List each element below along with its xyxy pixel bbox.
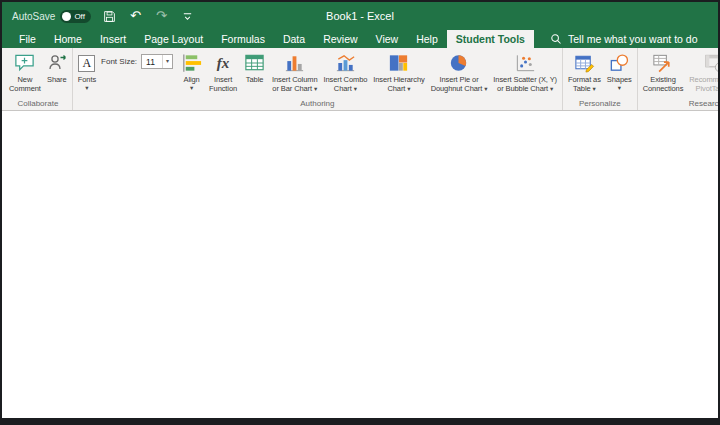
- ribbon-tab-row: File Home Insert Page Layout Formulas Da…: [2, 30, 718, 48]
- share-label: Share: [47, 75, 67, 84]
- new-comment-button[interactable]: New Comment: [6, 49, 44, 93]
- pie-chart-icon: [447, 51, 470, 75]
- chevron-down-icon: ▾: [78, 84, 96, 91]
- tab-insert[interactable]: Insert: [91, 30, 135, 48]
- format-as-table-button[interactable]: Format as Table▾: [565, 49, 604, 93]
- insert-combo-chart-button[interactable]: Insert Combo Chart▾: [320, 49, 370, 93]
- font-size-label: Font Size:: [101, 57, 137, 66]
- tab-review[interactable]: Review: [314, 30, 366, 48]
- recommended-pivottables-button: ? Recommended PivotTables: [686, 49, 718, 93]
- scatter-chart-icon: [514, 51, 537, 75]
- function-fx-icon: fx: [217, 51, 230, 75]
- combo-chart-icon: [334, 51, 357, 75]
- tell-me-label: Tell me what you want to do: [568, 33, 698, 45]
- tab-data[interactable]: Data: [274, 30, 314, 48]
- chevron-down-icon: ▾: [593, 85, 596, 92]
- autosave-toggle[interactable]: AutoSave Off: [12, 10, 91, 23]
- shapes-button[interactable]: Shapes ▾: [604, 49, 635, 91]
- undo-icon[interactable]: ↶: [127, 8, 143, 24]
- tab-file[interactable]: File: [10, 30, 45, 48]
- ribbon-group-collaborate: New Comment Share Collaborate: [4, 48, 73, 110]
- insert-pie-or-doughnut-chart-button[interactable]: Insert Pie or Doughnut Chart▾: [428, 49, 491, 93]
- ribbon-group-personalize: Format as Table▾ Shapes ▾ Personalize: [563, 48, 638, 110]
- font-size-control: Font Size: 11 ▾: [99, 49, 177, 69]
- group-label-collaborate: Collaborate: [6, 99, 70, 110]
- align-button[interactable]: Align ▾: [177, 49, 206, 91]
- save-icon[interactable]: [101, 8, 117, 24]
- font-size-value: 11: [142, 57, 162, 67]
- shapes-label: Shapes: [607, 75, 632, 84]
- align-icon: [180, 51, 203, 75]
- redo-icon[interactable]: ↷: [153, 8, 169, 24]
- tab-home[interactable]: Home: [45, 30, 91, 48]
- new-comment-label: New: [9, 75, 41, 84]
- tab-page-layout[interactable]: Page Layout: [135, 30, 212, 48]
- tab-help[interactable]: Help: [407, 30, 447, 48]
- share-button[interactable]: Share: [44, 49, 70, 84]
- insert-column-or-bar-chart-button[interactable]: Insert Column or Bar Chart▾: [269, 49, 320, 93]
- format-as-table-icon: [573, 51, 596, 75]
- toggle-switch-icon: Off: [60, 10, 91, 23]
- autosave-label: AutoSave: [12, 11, 55, 22]
- font-size-input[interactable]: 11 ▾: [141, 54, 173, 69]
- customize-quick-access-toolbar-icon[interactable]: [179, 8, 195, 24]
- tab-student-tools[interactable]: Student Tools: [447, 30, 534, 48]
- tab-formulas[interactable]: Formulas: [212, 30, 274, 48]
- autosave-state: Off: [74, 10, 85, 23]
- insert-hierarchy-chart-button[interactable]: Insert Hierarchy Chart▾: [370, 49, 427, 93]
- column-chart-icon: [283, 51, 306, 75]
- title-bar: AutoSave Off ↶ ↷ Book1 - Excel: [2, 2, 718, 30]
- excel-window: AutoSave Off ↶ ↷ Book1 - Excel File Home…: [2, 2, 718, 418]
- existing-connections-icon: [651, 51, 674, 75]
- chevron-down-icon: ▾: [484, 85, 487, 92]
- new-comment-icon: [13, 51, 36, 75]
- chevron-down-icon: ▾: [607, 84, 632, 91]
- ribbon: New Comment Share Collaborate: [2, 48, 718, 111]
- search-icon: [550, 33, 562, 45]
- fonts-button[interactable]: A Fonts ▾: [75, 49, 99, 91]
- chevron-down-icon: ▾: [184, 84, 200, 91]
- quick-access-toolbar: AutoSave Off ↶ ↷: [12, 8, 195, 24]
- chevron-down-icon[interactable]: ▾: [162, 55, 172, 68]
- chevron-down-icon: ▾: [550, 85, 553, 92]
- tab-view[interactable]: View: [367, 30, 408, 48]
- treemap-chart-icon: [387, 51, 410, 75]
- group-label-personalize: Personalize: [565, 99, 635, 110]
- chevron-down-icon: ▾: [314, 85, 317, 92]
- table-label: Table: [246, 75, 263, 84]
- existing-connections-button[interactable]: Existing Connections: [640, 49, 687, 93]
- table-icon: [243, 51, 266, 75]
- fonts-icon: A: [78, 51, 95, 75]
- group-label-authoring: Authoring: [75, 99, 560, 110]
- recommended-pivottables-icon: ?: [703, 51, 718, 75]
- fonts-label: Fonts: [78, 75, 96, 84]
- toggle-knob-icon: [62, 12, 71, 21]
- insert-scatter-or-bubble-chart-button[interactable]: Insert Scatter (X, Y) or Bubble Chart▾: [490, 49, 560, 93]
- ribbon-group-research: Existing Connections ? Recommended Pivot…: [638, 48, 718, 110]
- svg-text:?: ?: [717, 63, 718, 72]
- chevron-down-icon: ▾: [354, 85, 357, 92]
- group-label-research: Research: [640, 99, 718, 110]
- window-frame: AutoSave Off ↶ ↷ Book1 - Excel File Home…: [0, 0, 720, 425]
- tell-me-box[interactable]: Tell me what you want to do: [550, 30, 698, 48]
- insert-function-button[interactable]: fx Insert Function: [206, 49, 240, 93]
- worksheet-area[interactable]: [2, 111, 718, 418]
- shapes-icon: [608, 51, 631, 75]
- chevron-down-icon: ▾: [407, 85, 410, 92]
- align-label: Align: [184, 75, 200, 84]
- table-button[interactable]: Table: [240, 49, 269, 84]
- share-person-icon: [47, 51, 67, 75]
- ribbon-group-authoring: A Fonts ▾ Font Size: 11 ▾: [73, 48, 563, 110]
